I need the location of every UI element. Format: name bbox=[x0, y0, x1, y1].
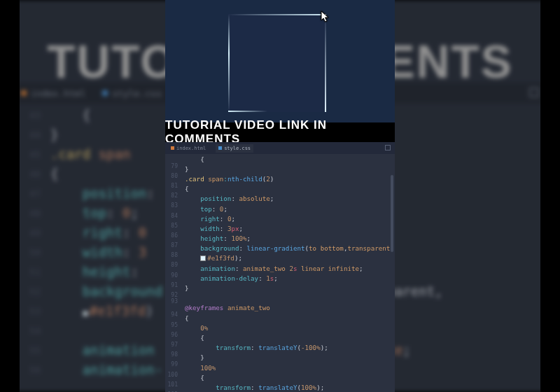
bg-gutter: 51 bbox=[21, 267, 50, 277]
line-number: 82 bbox=[165, 192, 182, 199]
split-editor-icon[interactable] bbox=[529, 88, 539, 97]
bg-tab-css[interactable]: style.css bbox=[102, 88, 161, 99]
code-content: {97 bbox=[185, 334, 204, 342]
line-number: 97 bbox=[165, 342, 182, 348]
bg-code-line: { bbox=[50, 107, 90, 122]
bg-gutter: 48 bbox=[21, 208, 50, 218]
card-edge-top bbox=[228, 14, 326, 15]
line-number: 98 bbox=[165, 351, 182, 358]
code-content: {82 bbox=[185, 185, 189, 192]
code-line[interactable]: transform: translateY(-100%);98 bbox=[185, 343, 388, 353]
code-line[interactable]: animation-delay: 1s;91 bbox=[185, 273, 388, 283]
line-number: 96 bbox=[165, 332, 182, 338]
code-content: {101 bbox=[185, 374, 204, 382]
code-line[interactable]: .card span:nth-child(2)81 bbox=[185, 174, 388, 183]
bg-code-line: #e1f3fd) bbox=[50, 303, 153, 318]
bg-gutter: 54 bbox=[21, 326, 50, 336]
fg-tab-css[interactable]: style.css bbox=[216, 144, 253, 153]
card-edge-left bbox=[228, 14, 230, 112]
card-edge-bottom bbox=[228, 111, 326, 112]
animated-card bbox=[228, 14, 326, 112]
bg-gutter: 53 bbox=[21, 306, 50, 316]
bg-code-line: } bbox=[50, 127, 58, 142]
line-number: 90 bbox=[165, 272, 182, 279]
foreground-editor: index.html style.css {79}80.card span:nt… bbox=[165, 142, 395, 392]
code-line[interactable]: @keyframes animate_two94 bbox=[185, 303, 388, 313]
bg-gutter: 45 bbox=[21, 149, 50, 160]
screenshot-root: TUTORIAL MMENTS index.html style.css 43 … bbox=[0, 0, 560, 392]
fg-code-area[interactable]: {79}80.card span:nth-child(2)81{82 posit… bbox=[185, 154, 388, 392]
line-number: 93 bbox=[165, 298, 182, 304]
bg-gutter: 43 bbox=[21, 110, 50, 120]
code-content: top: 0;84 bbox=[185, 205, 227, 213]
line-number: 79 bbox=[165, 163, 182, 169]
line-number: 86 bbox=[165, 232, 182, 239]
code-content: @keyframes animate_two94 bbox=[185, 304, 270, 312]
code-content: height: 100%;87 bbox=[185, 234, 251, 242]
bg-code-line: height: bbox=[50, 264, 139, 279]
code-line[interactable]: height: 100%;87 bbox=[185, 234, 388, 244]
code-line[interactable]: {95 bbox=[185, 313, 388, 323]
code-line[interactable]: position: absolute;83 bbox=[185, 194, 388, 204]
code-line[interactable]: right: 0;85 bbox=[185, 214, 388, 223]
fg-tab-css-label: style.css bbox=[224, 146, 251, 151]
code-line[interactable]: 0%96 bbox=[185, 323, 388, 332]
color-swatch-icon bbox=[83, 311, 88, 316]
code-line[interactable]: width: 3px;86 bbox=[185, 223, 388, 233]
line-number: 84 bbox=[165, 213, 182, 219]
code-line[interactable]: {97 bbox=[185, 332, 388, 342]
css-icon bbox=[102, 90, 108, 96]
code-line[interactable]: 100%100 bbox=[185, 363, 388, 372]
fg-editor-body[interactable]: {79}80.card span:nth-child(2)81{82 posit… bbox=[165, 154, 395, 392]
line-number: 85 bbox=[165, 223, 182, 229]
bg-gutter: 49 bbox=[21, 227, 50, 238]
line-number: 100 bbox=[165, 372, 182, 378]
letterbox-left bbox=[0, 0, 20, 392]
code-content: right: 0;85 bbox=[185, 215, 235, 223]
code-content: {95 bbox=[185, 314, 189, 322]
line-number: 94 bbox=[165, 312, 182, 318]
bg-gutter: 46 bbox=[21, 169, 50, 179]
code-content: }80 bbox=[185, 165, 189, 173]
bg-code-line: position: bbox=[50, 186, 155, 201]
code-line[interactable]: background: linear-gradient(to bottom,tr… bbox=[185, 244, 388, 253]
line-number: 88 bbox=[165, 252, 182, 258]
bg-code-line: .card span bbox=[50, 146, 130, 162]
fg-tab-html[interactable]: index.html bbox=[168, 144, 209, 153]
code-line[interactable]: {101 bbox=[185, 372, 388, 382]
color-swatch-icon bbox=[200, 255, 206, 261]
code-content: }99 bbox=[185, 354, 204, 361]
code-line[interactable]: transform: translateY(100%);102 bbox=[185, 382, 388, 392]
bg-code-line: top: 0; bbox=[50, 205, 139, 220]
code-line[interactable]: {79 bbox=[185, 154, 388, 164]
bg-code-line: width: 3 bbox=[50, 244, 146, 260]
bg-code-line: right: 0 bbox=[50, 225, 146, 240]
code-line[interactable]: #e1f3fd);89 bbox=[185, 253, 388, 263]
code-line[interactable]: animation: animate_two 2s linear infinit… bbox=[185, 263, 388, 273]
code-content: 100%100 bbox=[185, 364, 216, 372]
line-number: 80 bbox=[165, 173, 182, 179]
code-line[interactable]: 93 bbox=[185, 293, 388, 303]
bg-code-line: { bbox=[50, 166, 58, 181]
line-number: 87 bbox=[165, 242, 182, 248]
code-line[interactable]: }80 bbox=[185, 164, 388, 174]
code-line[interactable]: }99 bbox=[185, 353, 388, 363]
code-line[interactable]: top: 0;84 bbox=[185, 204, 388, 214]
code-content: {79 bbox=[185, 155, 204, 163]
bg-tab-html-label: index.html bbox=[31, 88, 85, 99]
line-number: 92 bbox=[165, 292, 182, 298]
code-content: 0%96 bbox=[185, 324, 208, 332]
code-line[interactable]: }92 bbox=[185, 283, 388, 293]
html-icon bbox=[21, 90, 27, 96]
code-content: background: linear-gradient(to bottom,tr… bbox=[185, 244, 394, 252]
css-icon bbox=[218, 146, 222, 150]
bg-gutter: 56 bbox=[21, 365, 50, 375]
bg-tab-html[interactable]: index.html bbox=[21, 88, 85, 99]
code-content: #e1f3fd);89 bbox=[185, 254, 242, 262]
code-content: animation-delay: 1s;91 bbox=[185, 274, 278, 282]
split-editor-icon[interactable] bbox=[385, 145, 391, 150]
code-line[interactable]: {82 bbox=[185, 184, 388, 194]
letterbox-right bbox=[540, 0, 560, 392]
bg-code-line: animation- bbox=[50, 362, 162, 377]
code-content: transform: translateY(100%);102 bbox=[185, 384, 324, 391]
